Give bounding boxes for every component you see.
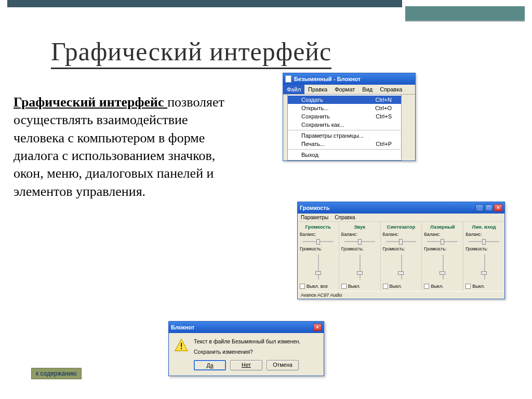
notepad-menubar: Файл Правка Формат Вид Справка (283, 85, 415, 95)
warning-icon: ! (174, 338, 189, 352)
channel-name: Синтезатор (383, 224, 420, 230)
close-button[interactable]: × (494, 204, 502, 211)
mute-checkbox[interactable] (466, 284, 471, 289)
channel-name: Лин. вход (466, 224, 502, 230)
volume-title: Громкость (300, 205, 329, 211)
mute-checkbox[interactable] (424, 284, 429, 289)
channel-name: Звук (341, 224, 378, 230)
mixer-channel: СинтезаторБаланс:Громкость:Выкл. (381, 222, 422, 291)
notepad-title: Безымянный - Блокнот (294, 76, 361, 82)
channel-name: Лазерный (424, 224, 461, 230)
menu-item[interactable]: Открыть...Ctrl+O (288, 104, 401, 112)
mute-checkbox[interactable] (341, 284, 347, 289)
mute-label: Выкл. (472, 284, 485, 289)
balance-slider[interactable] (424, 238, 461, 245)
body-rest: позволяет осуществлять взаимодействие че… (14, 95, 224, 199)
volume-slider[interactable] (383, 252, 420, 282)
mixer-columns: ГромкостьБаланс:Громкость:Выкл. всеЗвукБ… (298, 222, 504, 291)
balance-label: Баланс: (383, 232, 420, 237)
toc-link[interactable]: к содержанию (31, 368, 82, 379)
menu-edit[interactable]: Правка (304, 85, 331, 94)
body-bold-lead: Графический интерфейс (14, 95, 167, 110)
mixer-channel: ГромкостьБаланс:Громкость:Выкл. все (298, 222, 339, 291)
volume-slider[interactable] (424, 252, 461, 282)
balance-label: Баланс: (300, 232, 337, 237)
notepad-titlebar[interactable]: Безымянный - Блокнот (283, 73, 415, 85)
balance-label: Баланс: (341, 232, 378, 237)
yes-button[interactable]: Да (194, 360, 226, 370)
volume-label: Громкость: (466, 246, 502, 251)
minimize-button[interactable]: _ (475, 204, 484, 211)
dialog-line2: Сохранить изменения? (194, 349, 300, 355)
menu-item[interactable]: Выход (288, 151, 401, 159)
dialog-titlebar[interactable]: Блокнот × (169, 322, 324, 333)
svg-text:!: ! (180, 342, 182, 351)
slide-body: Графический интерфейс позволяет осуществ… (14, 94, 232, 201)
volume-titlebar[interactable]: Громкость _ □ × (298, 202, 504, 214)
dialog-title: Блокнот (171, 324, 194, 330)
mute-label: Выкл. все (307, 284, 328, 289)
dialog-line1: Текст в файле Безымянный был изменен. (194, 338, 300, 344)
close-button[interactable]: × (313, 324, 322, 331)
mixer-channel: ЛазерныйБаланс:Громкость:Выкл. (422, 222, 463, 291)
balance-slider[interactable] (300, 238, 337, 245)
dialog-buttons: Да Нет Отмена (169, 358, 324, 376)
mute-label: Выкл. (390, 284, 402, 289)
mute-checkbox[interactable] (383, 284, 388, 289)
mute-label: Выкл. (348, 284, 361, 289)
document-icon (285, 75, 291, 83)
cancel-button[interactable]: Отмена (267, 360, 299, 370)
mixer-channel: Лин. входБаланс:Громкость:Выкл. (463, 222, 504, 291)
menu-item[interactable]: Сохранить как... (288, 121, 401, 129)
window-buttons: _ □ × (475, 204, 502, 211)
menu-item[interactable]: Печать...Ctrl+P (288, 140, 401, 148)
menu-format[interactable]: Формат (331, 85, 358, 94)
volume-slider[interactable] (466, 252, 502, 282)
volume-window: Громкость _ □ × Параметры Справка Громко… (297, 202, 505, 299)
menu-help[interactable]: Справка (376, 85, 406, 94)
notepad-window: Безымянный - Блокнот Файл Правка Формат … (283, 73, 416, 161)
channel-name: Громкость (300, 224, 337, 230)
menu-help[interactable]: Справка (335, 215, 355, 220)
balance-slider[interactable] (341, 238, 378, 245)
volume-label: Громкость: (383, 246, 420, 251)
volume-label: Громкость: (424, 246, 461, 251)
slide-decoration (0, 0, 532, 23)
menu-item[interactable]: Параметры страницы... (288, 131, 401, 140)
volume-menubar: Параметры Справка (298, 214, 504, 222)
mixer-channel: ЗвукБаланс:Громкость:Выкл. (339, 222, 381, 291)
slide-title: Графический интерфейс (51, 36, 331, 69)
menu-file[interactable]: Файл (283, 85, 304, 94)
balance-slider[interactable] (466, 238, 502, 245)
volume-label: Громкость: (341, 246, 378, 251)
balance-slider[interactable] (383, 238, 420, 245)
balance-label: Баланс: (466, 232, 502, 237)
volume-label: Громкость: (300, 246, 337, 251)
volume-slider[interactable] (341, 252, 378, 282)
menu-item[interactable]: СохранитьCtrl+S (288, 112, 401, 121)
balance-label: Баланс: (424, 232, 461, 237)
mute-label: Выкл. (431, 284, 443, 289)
maximize-button[interactable]: □ (485, 204, 493, 211)
volume-slider[interactable] (300, 252, 337, 282)
mute-checkbox[interactable] (300, 284, 305, 289)
status-bar: Avance AC97 Audio (298, 291, 504, 299)
file-dropdown: СоздатьCtrl+NОткрыть...Ctrl+OСохранитьCt… (287, 94, 402, 161)
menu-item[interactable]: СоздатьCtrl+N (288, 96, 401, 104)
no-button[interactable]: Нет (230, 360, 262, 370)
menu-params[interactable]: Параметры (301, 215, 328, 220)
save-dialog: Блокнот × ! Текст в файле Безымянный был… (168, 321, 324, 376)
menu-view[interactable]: Вид (358, 85, 376, 94)
dialog-body: ! Текст в файле Безымянный был изменен. … (169, 333, 324, 358)
